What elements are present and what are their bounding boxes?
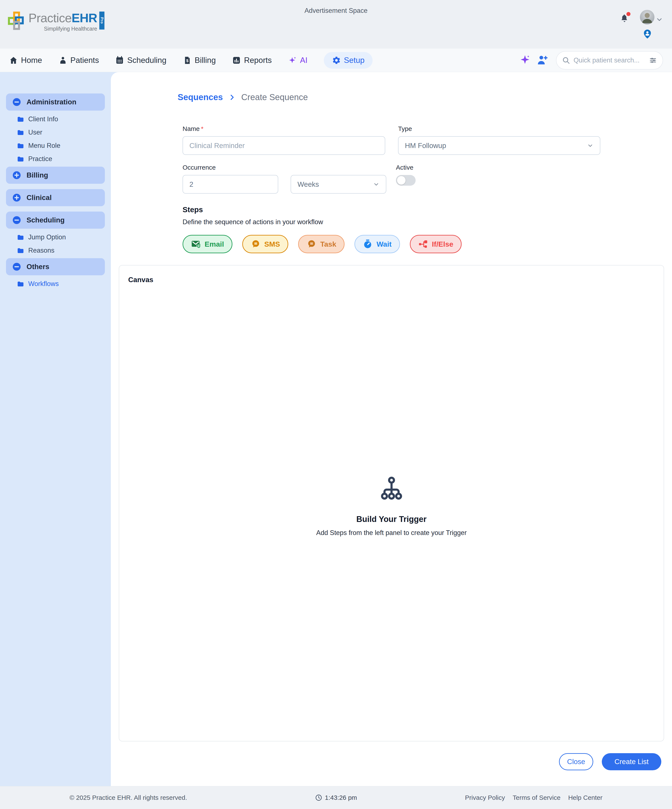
nav-item-scheduling[interactable]: Scheduling <box>115 56 166 65</box>
type-field-group: Type HM Followup <box>398 125 600 155</box>
copyright-text: © 2025 Practice EHR. All rights reserved… <box>70 794 315 801</box>
branch-icon <box>418 239 428 249</box>
canvas-empty-state: Build Your Trigger Add Steps from the le… <box>316 476 467 537</box>
sidebar-section-others[interactable]: Others <box>6 258 105 275</box>
logo-ehr: EHR <box>72 11 97 25</box>
search-input[interactable] <box>574 57 645 64</box>
item-label: User <box>28 129 42 136</box>
workflow-canvas[interactable]: Canvas Build Your Trigger Add Steps from… <box>119 265 664 742</box>
type-select[interactable]: HM Followup <box>398 136 600 155</box>
item-label: Workflows <box>28 280 59 288</box>
sidebar-item-client-info[interactable]: Client Info <box>17 115 105 123</box>
step-label: Task <box>320 240 336 248</box>
sidebar-section-billing[interactable]: Billing <box>6 167 105 184</box>
patients-icon <box>59 56 67 65</box>
name-field-group: Name* <box>183 125 385 155</box>
scheduling-items: Jump Option Reasons <box>6 229 105 258</box>
nav-item-setup[interactable]: Setup <box>324 52 373 69</box>
notifications-button[interactable] <box>620 14 630 24</box>
app-logo[interactable]: PracticeEHR Simplifying Healthcare Pro <box>7 11 104 32</box>
nav-item-ai[interactable]: AI <box>288 56 307 65</box>
close-button[interactable]: Close <box>559 753 593 770</box>
step-label: SMS <box>264 240 280 248</box>
person-pin-icon <box>643 29 652 40</box>
plus-circle-icon <box>12 171 22 180</box>
name-input[interactable] <box>183 137 385 154</box>
minus-circle-icon <box>12 97 22 107</box>
privacy-policy-link[interactable]: Privacy Policy <box>465 794 505 801</box>
occurrence-input[interactable] <box>183 175 278 193</box>
task-chat-icon <box>306 239 316 249</box>
app-header: Advertisement Space PracticeEHR Simplify… <box>0 0 672 49</box>
gear-icon <box>332 56 341 65</box>
page-title: Create Sequence <box>241 92 308 102</box>
sms-chat-icon <box>250 239 260 249</box>
chevron-right-icon <box>228 94 236 101</box>
nav-label: Billing <box>195 56 216 65</box>
step-task-button[interactable]: Task <box>298 235 344 253</box>
sidebar-item-reasons[interactable]: Reasons <box>17 247 105 254</box>
avatar-person-icon <box>640 10 654 24</box>
section-label: Billing <box>27 171 48 179</box>
canvas-empty-subtitle: Add Steps from the left panel to create … <box>316 529 467 537</box>
name-label: Name* <box>183 125 385 133</box>
steps-section: Steps Define the sequence of actions in … <box>183 205 600 253</box>
section-label: Clinical <box>27 194 52 202</box>
step-email-button[interactable]: Email <box>183 235 232 253</box>
content-row: Administration Client Info User Menu Rol… <box>0 72 672 786</box>
nav-label: Reports <box>244 56 272 65</box>
nav-label: AI <box>300 56 307 65</box>
logo-tagline: Simplifying Healthcare <box>44 26 97 32</box>
sidebar-item-menu-role[interactable]: Menu Role <box>17 142 105 149</box>
logo-pro-badge: Pro <box>99 12 104 30</box>
sidebar-section-clinical[interactable]: Clinical <box>6 189 105 206</box>
sidebar-section-scheduling[interactable]: Scheduling <box>6 211 105 229</box>
setup-sidebar: Administration Client Info User Menu Rol… <box>0 72 111 786</box>
step-sms-button[interactable]: SMS <box>242 235 289 253</box>
active-field-group: Active <box>396 164 416 194</box>
nav-item-billing[interactable]: $ Billing <box>183 56 216 65</box>
add-patient-button[interactable] <box>536 54 548 67</box>
notification-dot <box>627 12 630 16</box>
filter-sliders-icon <box>649 56 657 64</box>
sidebar-item-user[interactable]: User <box>17 129 105 136</box>
occurrence-field-group: Occurrence Weeks <box>183 164 386 194</box>
clock-icon <box>315 794 322 801</box>
help-center-link[interactable]: Help Center <box>568 794 602 801</box>
stopwatch-icon <box>363 239 373 249</box>
active-toggle[interactable] <box>396 175 416 186</box>
occurrence-unit-select[interactable]: Weeks <box>291 175 386 194</box>
ai-assistant-button[interactable] <box>520 54 531 66</box>
sidebar-section-administration[interactable]: Administration <box>6 94 105 111</box>
user-avatar[interactable] <box>640 10 654 24</box>
chevron-down-icon <box>587 143 593 149</box>
chevron-down-icon <box>373 181 380 188</box>
folder-icon <box>17 280 24 288</box>
email-icon <box>191 239 201 249</box>
billing-icon: $ <box>183 56 192 65</box>
ai-sparkle-icon <box>288 56 297 65</box>
section-label: Others <box>27 263 49 271</box>
sparkle-icon <box>520 54 531 65</box>
step-ifelse-button[interactable]: If/Else <box>410 235 462 253</box>
sidebar-item-practice[interactable]: Practice <box>17 155 105 163</box>
user-location-pin-button[interactable] <box>643 29 652 40</box>
create-list-button[interactable]: Create List <box>602 753 661 770</box>
plus-circle-icon <box>12 193 22 202</box>
footer-clock: 1:43:26 pm <box>315 794 357 801</box>
quick-patient-search[interactable] <box>556 51 663 69</box>
nav-item-home[interactable]: Home <box>9 56 42 65</box>
breadcrumb-sequences-link[interactable]: Sequences <box>178 92 223 102</box>
nav-item-reports[interactable]: Reports <box>232 56 272 65</box>
nav-label: Patients <box>71 56 99 65</box>
nav-item-patients[interactable]: Patients <box>59 56 99 65</box>
sidebar-item-jump-option[interactable]: Jump Option <box>17 233 105 241</box>
user-menu-button[interactable] <box>656 16 663 23</box>
step-wait-button[interactable]: Wait <box>354 235 400 253</box>
sidebar-item-workflows[interactable]: Workflows <box>17 280 105 288</box>
minus-circle-icon <box>12 215 22 225</box>
step-buttons: Email SMS Task <box>183 235 600 253</box>
search-icon <box>562 56 570 64</box>
home-icon <box>9 56 18 65</box>
terms-of-service-link[interactable]: Terms of Service <box>513 794 561 801</box>
